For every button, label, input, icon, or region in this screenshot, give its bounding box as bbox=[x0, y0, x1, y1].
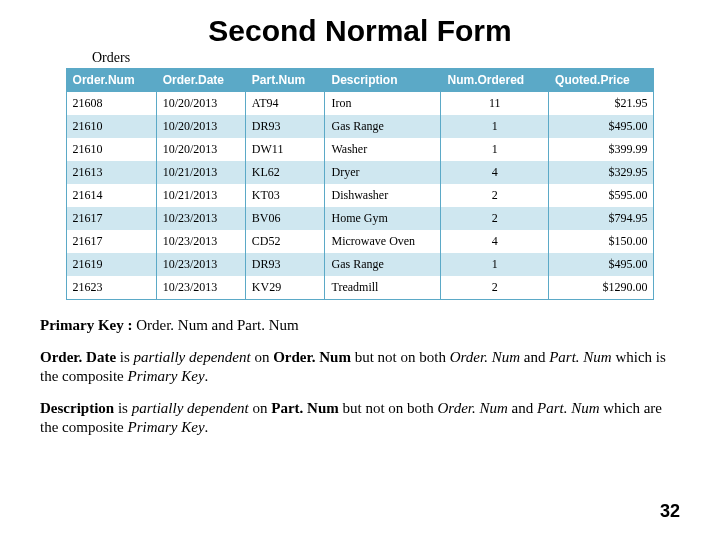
cell-part-num: AT94 bbox=[245, 92, 325, 116]
description-note: Description is partially dependent on Pa… bbox=[40, 399, 680, 438]
table-row: 2161310/21/2013KL62Dryer4$329.95 bbox=[66, 161, 654, 184]
text: Primary Key : bbox=[40, 317, 132, 333]
col-header: Description bbox=[325, 69, 441, 92]
text: on bbox=[254, 349, 273, 365]
cell-description: Gas Range bbox=[325, 253, 441, 276]
cell-order-num: 21619 bbox=[66, 253, 156, 276]
cell-quoted-price: $595.00 bbox=[549, 184, 654, 207]
table-row: 2161710/23/2013BV06Home Gym2$794.95 bbox=[66, 207, 654, 230]
text: is bbox=[120, 349, 134, 365]
cell-order-num: 21610 bbox=[66, 138, 156, 161]
table-row: 2161010/20/2013DW11Washer1$399.99 bbox=[66, 138, 654, 161]
cell-quoted-price: $495.00 bbox=[549, 253, 654, 276]
slide-title: Second Normal Form bbox=[40, 14, 680, 48]
cell-num-ordered: 1 bbox=[441, 115, 549, 138]
table-row: 2161410/21/2013KT03Dishwasher2$595.00 bbox=[66, 184, 654, 207]
text: on bbox=[253, 400, 272, 416]
cell-order-num: 21617 bbox=[66, 230, 156, 253]
text: but not on both bbox=[343, 400, 438, 416]
cell-part-num: DR93 bbox=[245, 253, 325, 276]
table-caption: Orders bbox=[92, 50, 680, 66]
cell-quoted-price: $399.99 bbox=[549, 138, 654, 161]
cell-part-num: CD52 bbox=[245, 230, 325, 253]
cell-quoted-price: $1290.00 bbox=[549, 276, 654, 300]
cell-order-num: 21610 bbox=[66, 115, 156, 138]
cell-order-date: 10/21/2013 bbox=[156, 161, 245, 184]
cell-order-date: 10/20/2013 bbox=[156, 138, 245, 161]
cell-order-num: 21614 bbox=[66, 184, 156, 207]
cell-part-num: KL62 bbox=[245, 161, 325, 184]
text: Part. Num bbox=[549, 349, 615, 365]
cell-description: Gas Range bbox=[325, 115, 441, 138]
cell-num-ordered: 4 bbox=[441, 161, 549, 184]
col-header: Num.Ordered bbox=[441, 69, 549, 92]
text: Part. Num bbox=[537, 400, 603, 416]
table-row: 2161910/23/2013DR93Gas Range1$495.00 bbox=[66, 253, 654, 276]
cell-num-ordered: 11 bbox=[441, 92, 549, 116]
cell-part-num: KV29 bbox=[245, 276, 325, 300]
text: Order. Date bbox=[40, 349, 120, 365]
table-row: 2160810/20/2013AT94Iron11$21.95 bbox=[66, 92, 654, 116]
text: Primary Key bbox=[127, 419, 204, 435]
cell-order-num: 21613 bbox=[66, 161, 156, 184]
table-row: 2161710/23/2013CD52Microwave Oven4$150.0… bbox=[66, 230, 654, 253]
col-header: Order.Num bbox=[66, 69, 156, 92]
cell-part-num: BV06 bbox=[245, 207, 325, 230]
cell-num-ordered: 2 bbox=[441, 184, 549, 207]
col-header: Part.Num bbox=[245, 69, 325, 92]
text: Order. Num bbox=[438, 400, 512, 416]
cell-order-date: 10/20/2013 bbox=[156, 115, 245, 138]
cell-quoted-price: $495.00 bbox=[549, 115, 654, 138]
text: . bbox=[205, 368, 209, 384]
text: Order. Num and Part. Num bbox=[132, 317, 298, 333]
cell-order-num: 21608 bbox=[66, 92, 156, 116]
text: partially dependent bbox=[132, 400, 253, 416]
text: and bbox=[524, 349, 549, 365]
cell-description: Dishwasher bbox=[325, 184, 441, 207]
cell-description: Washer bbox=[325, 138, 441, 161]
text: . bbox=[205, 419, 209, 435]
cell-order-date: 10/23/2013 bbox=[156, 207, 245, 230]
col-header: Order.Date bbox=[156, 69, 245, 92]
cell-quoted-price: $794.95 bbox=[549, 207, 654, 230]
table-row: 2162310/23/2013KV29Treadmill2$1290.00 bbox=[66, 276, 654, 300]
cell-num-ordered: 2 bbox=[441, 207, 549, 230]
cell-order-num: 21617 bbox=[66, 207, 156, 230]
text: Part. Num bbox=[271, 400, 342, 416]
cell-order-date: 10/20/2013 bbox=[156, 92, 245, 116]
cell-description: Treadmill bbox=[325, 276, 441, 300]
cell-order-date: 10/23/2013 bbox=[156, 253, 245, 276]
table-row: 2161010/20/2013DR93Gas Range1$495.00 bbox=[66, 115, 654, 138]
cell-quoted-price: $21.95 bbox=[549, 92, 654, 116]
cell-order-date: 10/21/2013 bbox=[156, 184, 245, 207]
cell-num-ordered: 4 bbox=[441, 230, 549, 253]
cell-description: Iron bbox=[325, 92, 441, 116]
cell-description: Home Gym bbox=[325, 207, 441, 230]
text: Primary Key bbox=[127, 368, 204, 384]
text: is bbox=[118, 400, 132, 416]
cell-part-num: DR93 bbox=[245, 115, 325, 138]
order-date-note: Order. Date is partially dependent on Or… bbox=[40, 348, 680, 387]
primary-key-note: Primary Key : Order. Num and Part. Num bbox=[40, 316, 680, 336]
text: Description bbox=[40, 400, 118, 416]
text: Order. Num bbox=[273, 349, 355, 365]
text: partially dependent bbox=[134, 349, 255, 365]
cell-num-ordered: 1 bbox=[441, 253, 549, 276]
cell-order-num: 21623 bbox=[66, 276, 156, 300]
cell-quoted-price: $150.00 bbox=[549, 230, 654, 253]
cell-description: Microwave Oven bbox=[325, 230, 441, 253]
cell-description: Dryer bbox=[325, 161, 441, 184]
cell-part-num: KT03 bbox=[245, 184, 325, 207]
cell-quoted-price: $329.95 bbox=[549, 161, 654, 184]
cell-order-date: 10/23/2013 bbox=[156, 230, 245, 253]
cell-num-ordered: 1 bbox=[441, 138, 549, 161]
text: Order. Num bbox=[450, 349, 524, 365]
text: but not on both bbox=[355, 349, 450, 365]
text: and bbox=[512, 400, 537, 416]
cell-order-date: 10/23/2013 bbox=[156, 276, 245, 300]
orders-table: Order.Num Order.Date Part.Num Descriptio… bbox=[66, 68, 655, 300]
cell-num-ordered: 2 bbox=[441, 276, 549, 300]
cell-part-num: DW11 bbox=[245, 138, 325, 161]
col-header: Quoted.Price bbox=[549, 69, 654, 92]
page-number: 32 bbox=[660, 501, 680, 522]
